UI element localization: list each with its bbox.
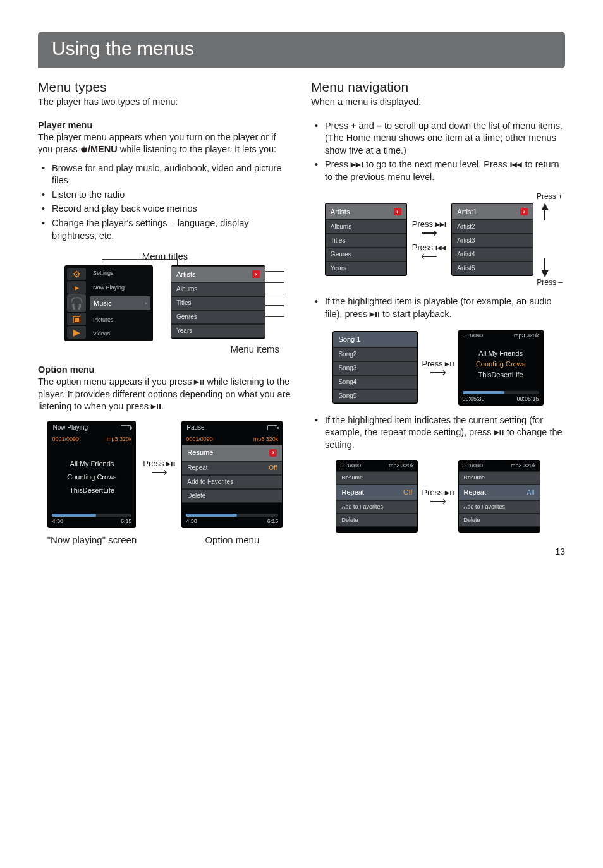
nav-menu-right: Artist1› Artist2 Artist3 Artist4 Artist5 — [451, 203, 533, 276]
time-elapsed: 00:05:30 — [463, 396, 485, 402]
track-title: All My Friends — [70, 461, 114, 467]
right-column: Menu navigation When a menu is displayed… — [311, 80, 565, 549]
nav-menu-left: Artists› Albums Titles Genres Years — [325, 203, 407, 276]
section-heading: Menu types — [38, 80, 292, 95]
caption-now-playing: "Now playing" screen — [47, 534, 137, 545]
prev-icon: ı◂◂ — [509, 159, 522, 169]
caption-option-menu: Option menu — [205, 534, 259, 545]
play-pause-icon: ▸ıı — [370, 309, 380, 319]
progress-bar — [463, 391, 539, 394]
power-icon — [80, 146, 88, 154]
repeat-menu-off: 001/090mp3 320k Resume RepeatOff Add to … — [336, 460, 418, 533]
bullet: Record and play back voice memos — [38, 203, 292, 215]
opt-row: Add to Favorites — [182, 475, 282, 489]
home-item-selected: Music› — [90, 296, 150, 310]
arrow-right-icon: ⟶ — [151, 469, 168, 476]
home-item: Videos — [90, 329, 150, 339]
music-submenu-mock: Artists› Albums Titles Genres Years — [171, 265, 265, 339]
figure-nav-levels: Artists› Albums Titles Genres Years Pres… — [311, 201, 565, 278]
list-row-selected: Song 1 — [333, 332, 417, 347]
list-row: Song4 — [333, 375, 417, 389]
nav-bullets-3: If the highlighted item indicates the cu… — [311, 414, 565, 452]
list-row: Song5 — [333, 389, 417, 403]
time-total: 6:15 — [121, 519, 132, 524]
opt-row: Add to Favorites — [459, 500, 540, 514]
section-heading: Menu navigation — [311, 80, 565, 95]
bullet: If the highlighted item is playable (for… — [311, 296, 565, 320]
arrow-down-icon: ▼ — [539, 258, 551, 278]
page-number: 13 — [555, 546, 565, 557]
track-title: All My Friends — [478, 350, 523, 357]
list-row-selected: Artists› — [326, 203, 406, 220]
battery-icon — [267, 425, 277, 430]
track-counter: 001/090 — [463, 333, 484, 339]
section-lede: The player has two types of menu: — [38, 96, 292, 109]
opt-row-selected: RepeatAll — [459, 485, 540, 500]
press-minus-label: Press – — [311, 278, 565, 287]
list-row: Artist2 — [452, 220, 533, 234]
figure-option-menu: Now Playing 0001/0090mp3 320k All My Fri… — [38, 421, 292, 549]
list-row: Albums — [171, 282, 265, 296]
menu-key-label: /MENU — [88, 144, 118, 154]
music-icon: 🎧 — [67, 294, 86, 312]
two-column-layout: Menu types The player has two types of m… — [38, 80, 565, 549]
repeat-menu-all: 001/090mp3 320k Resume RepeatAll Add to … — [458, 460, 540, 533]
track-artist: Counting Crows — [476, 361, 525, 368]
track-counter: 0001/0090 — [52, 437, 79, 442]
opt-row: Delete — [182, 489, 282, 503]
play-pause-icon: ▸ıı — [194, 377, 204, 387]
nav-bullets-2: If the highlighted item is playable (for… — [311, 296, 565, 320]
press-plus-label: Press + — [311, 192, 565, 201]
list-row: Artist4 — [452, 248, 533, 262]
time-total: 00:06:15 — [517, 396, 539, 402]
bullet: Change the player's settings – language,… — [38, 217, 292, 242]
option-menu-mock: Pause 0001/0090mp3 320k Resume› RepeatOf… — [181, 421, 283, 528]
subheading-option-menu: Option menu — [38, 365, 292, 375]
bitrate: mp3 320k — [511, 463, 536, 469]
songs-menu-mock: Song 1 Song2 Song3 Song4 Song5 — [332, 331, 418, 404]
nowplaying-icon: ▸ — [67, 281, 86, 294]
figure-change-setting: 001/090mp3 320k Resume RepeatOff Add to … — [311, 460, 565, 533]
list-row: Titles — [171, 296, 265, 310]
nav-bullets: Press + and – to scroll up and down the … — [311, 120, 565, 184]
opt-title: Pause — [186, 425, 204, 431]
play-pause-icon: ▸ıı — [166, 459, 175, 468]
home-item: Pictures — [90, 315, 150, 325]
track-counter: 001/090 — [463, 463, 484, 469]
arrow-left-icon: ⟵ — [421, 253, 437, 260]
figure-play-item: Song 1 Song2 Song3 Song4 Song5 Press ▸ıı… — [311, 330, 565, 406]
np-title: Now Playing — [52, 425, 88, 431]
list-row: Artist5 — [452, 262, 533, 275]
text: . — [161, 401, 164, 411]
progress-bar — [186, 514, 278, 517]
track-album: ThisDesertLife — [478, 371, 523, 378]
track-artist: Counting Crows — [67, 474, 116, 481]
opt-row: Delete — [336, 514, 417, 527]
bitrate: mp3 320k — [107, 437, 132, 442]
bullet: Press + and – to scroll up and down the … — [311, 120, 565, 157]
time-elapsed: 4:30 — [52, 519, 63, 524]
now-playing-mock: Now Playing 0001/0090mp3 320k All My Fri… — [47, 421, 136, 528]
caption-menu-items: Menu items — [38, 344, 292, 354]
list-row: Artist3 — [452, 234, 533, 248]
list-row: Years — [326, 262, 406, 275]
subheading-player-menu: Player menu — [38, 120, 292, 130]
text: while listening to the player. It lets y… — [118, 144, 276, 154]
track-album: ThisDesertLife — [70, 487, 114, 494]
text: The option menu appears if you press — [38, 377, 192, 387]
opt-row: Add to Favorites — [336, 500, 417, 514]
play-pause-icon: ▸ıı — [445, 488, 454, 497]
player-menu-bullets: Browse for and play music, audiobook, vi… — [38, 162, 292, 242]
list-row: Song2 — [333, 347, 417, 361]
play-pause-icon: ▸ıı — [151, 401, 161, 411]
bullet: Press ▸▸ı to go to the next menu level. … — [311, 159, 565, 183]
settings-icon: ⚙ — [67, 268, 86, 280]
left-column: Menu types The player has two types of m… — [38, 80, 292, 549]
home-item: Settings — [90, 268, 150, 278]
list-row: Titles — [326, 234, 406, 248]
home-item: Now Playing — [90, 282, 150, 292]
videos-icon: ▶ — [67, 326, 86, 339]
list-row: Albums — [326, 220, 406, 234]
bullet: Listen to the radio — [38, 189, 292, 202]
chapter-title: Using the menus — [38, 32, 565, 68]
